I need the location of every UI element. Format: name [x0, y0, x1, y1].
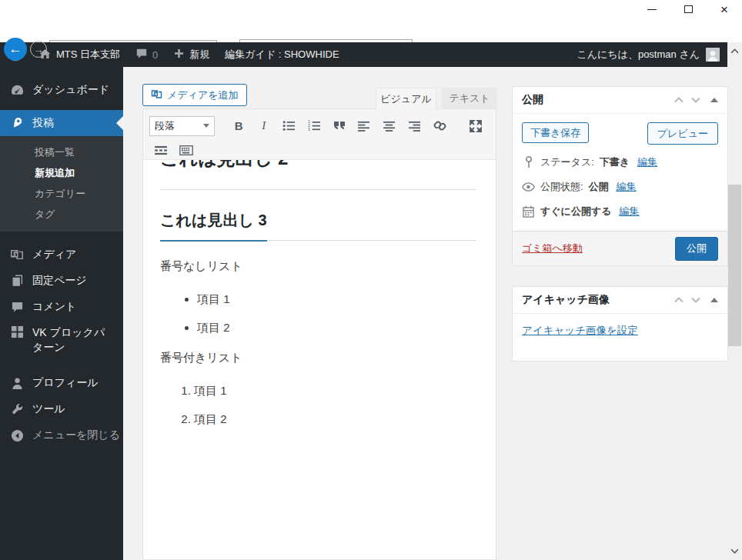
editor-frame: 段落 B I 123 [142, 108, 496, 560]
italic-button[interactable]: I [252, 116, 276, 136]
preview-button[interactable]: プレビュー [647, 122, 718, 145]
list-item: 項目 1 [194, 384, 476, 398]
comments-icon [9, 301, 25, 313]
align-left-button[interactable] [353, 116, 376, 136]
fullscreen-button[interactable] [464, 116, 487, 136]
unordered-list: 項目 1 項目 2 [160, 292, 476, 335]
sidebar-item-label: 投稿 [32, 116, 54, 130]
numbered-list-button[interactable]: 123 [302, 116, 326, 136]
publish-panel-title: 公開 [522, 93, 670, 107]
chevron-down-icon [203, 124, 209, 128]
forward-icon[interactable]: → [30, 41, 47, 58]
add-media-button[interactable]: メディアを追加 [142, 84, 247, 106]
sidebar-item-comments[interactable]: コメント [0, 294, 123, 320]
set-featured-image-link[interactable]: アイキャッチ画像を設定 [522, 324, 638, 338]
content-heading3: これは見出し 3 [160, 210, 476, 241]
publish-button[interactable]: 公開 [675, 237, 718, 261]
status-label: ステータス: [540, 155, 594, 169]
bullet-list-button[interactable] [278, 116, 301, 136]
submenu-item-tags[interactable]: タグ [0, 204, 123, 225]
back-icon[interactable]: ← [4, 38, 27, 61]
sidebar-item-pages[interactable]: 固定ページ [0, 268, 123, 294]
scrollbar-thumb[interactable] [728, 185, 741, 346]
sidebar-item-collapse-menu[interactable]: メニューを閉じる [0, 422, 123, 448]
comment-count: 0 [152, 49, 158, 61]
collapse-icon [9, 429, 25, 442]
howdy-greeting[interactable]: こんにちは、postman さん [577, 48, 700, 62]
minimize-icon[interactable] [639, 0, 665, 18]
featured-image-panel: アイキャッチ画像 アイキャッチ画像を設定 [512, 286, 728, 362]
move-to-trash-link[interactable]: ゴミ箱へ移動 [522, 242, 675, 255]
sidebar-item-dashboard[interactable]: ダッシュボード [0, 77, 123, 103]
link-button[interactable] [429, 116, 452, 136]
plus-icon [173, 48, 185, 62]
sidebar-item-label: プロフィール [32, 376, 99, 390]
scroll-down-icon[interactable] [727, 544, 742, 558]
move-down-icon[interactable] [687, 297, 704, 303]
publish-panel-header[interactable]: 公開 [513, 87, 727, 114]
edit-visibility-link[interactable]: 編集 [617, 180, 637, 194]
list-item: 項目 2 [194, 412, 476, 427]
move-up-icon[interactable] [670, 97, 687, 103]
tab-text[interactable]: テキスト [442, 88, 497, 108]
blockquote-button[interactable] [328, 116, 351, 136]
comment-bubble-icon [135, 48, 148, 62]
sidebar-item-posts[interactable]: 投稿 [0, 110, 123, 136]
sidebar-item-tools[interactable]: ツール [0, 396, 123, 422]
submenu-item-categories[interactable]: カテゴリー [0, 183, 123, 204]
bold-button[interactable]: B [227, 116, 250, 136]
page-scrollbar[interactable] [727, 42, 742, 560]
edit-status-link[interactable]: 編集 [637, 155, 657, 169]
wrench-icon [9, 403, 25, 416]
list-item: 項目 1 [197, 292, 476, 307]
ordered-list: 項目 1 項目 2 [160, 384, 476, 427]
status-value: 下書き [600, 155, 630, 169]
pin-icon [9, 116, 25, 130]
editor-toolbar: 段落 B I 123 [143, 109, 496, 160]
sidebar-item-media[interactable]: メディア [0, 242, 123, 268]
sidebar-item-label: メニューを閉じる [32, 428, 120, 442]
edit-schedule-link[interactable]: 編集 [620, 205, 640, 218]
align-center-button[interactable] [378, 116, 401, 136]
collapse-panel-icon[interactable] [710, 98, 718, 102]
close-window-icon[interactable]: × [711, 0, 737, 18]
avatar[interactable] [706, 48, 720, 62]
sidebar-item-label: ツール [32, 402, 65, 416]
svg-text:3: 3 [308, 127, 310, 132]
featured-panel-title: アイキャッチ画像 [522, 293, 670, 307]
list-item: 項目 2 [197, 321, 476, 335]
move-up-icon[interactable] [670, 297, 687, 303]
submenu-item-add-new[interactable]: 新規追加 [0, 162, 123, 183]
schedule-label: すぐに公開する [540, 205, 612, 218]
sidebar-item-label: ダッシュボード [32, 83, 109, 97]
featured-panel-header[interactable]: アイキャッチ画像 [513, 287, 727, 314]
submenu-item-all-posts[interactable]: 投稿一覧 [0, 142, 123, 162]
block-grid-icon [9, 325, 25, 338]
more-tag-button[interactable] [149, 141, 172, 161]
pages-icon [9, 274, 25, 288]
scroll-up-icon[interactable] [727, 44, 742, 58]
sidebar-item-label: コメント [32, 300, 76, 314]
media-icon [9, 248, 25, 262]
sidebar-item-profile[interactable]: プロフィール [0, 370, 123, 396]
editor-content[interactable]: これは見出し 2 これは見出し 3 番号なしリスト 項目 1 項目 2 番号付き… [143, 160, 496, 559]
edit-guide-menu[interactable]: 編集ガイド : SHOWHIDE [217, 42, 346, 67]
sidebar-item-label: 固定ページ [32, 274, 87, 288]
tab-visual[interactable]: ビジュアル [376, 88, 436, 109]
comments-menu[interactable]: 0 [128, 42, 165, 67]
save-draft-button[interactable]: 下書き保存 [522, 122, 589, 143]
move-down-icon[interactable] [687, 97, 704, 103]
ordered-list-label: 番号付きリスト [160, 351, 476, 365]
collapse-panel-icon[interactable] [710, 298, 718, 302]
sidebar-item-label: VK ブロックパターン [32, 325, 109, 355]
new-content-menu[interactable]: 新規 [165, 42, 217, 67]
browser-titlebar: × [0, 0, 742, 21]
format-dropdown[interactable]: 段落 [149, 116, 215, 136]
keyboard-shortcuts-button[interactable] [175, 141, 198, 161]
admin-sidebar: ダッシュボード 投稿 投稿一覧 新規追加 カテゴリー タグ メディア 固定ページ [0, 67, 123, 560]
maximize-icon[interactable] [675, 0, 701, 18]
format-dropdown-value: 段落 [155, 119, 175, 133]
browser-navbar: ← → https://www.mtsociety-j... 新規投稿を追加 ‹… [0, 21, 742, 42]
sidebar-item-vk-patterns[interactable]: VK ブロックパターン [0, 320, 123, 357]
align-right-button[interactable] [403, 116, 426, 136]
